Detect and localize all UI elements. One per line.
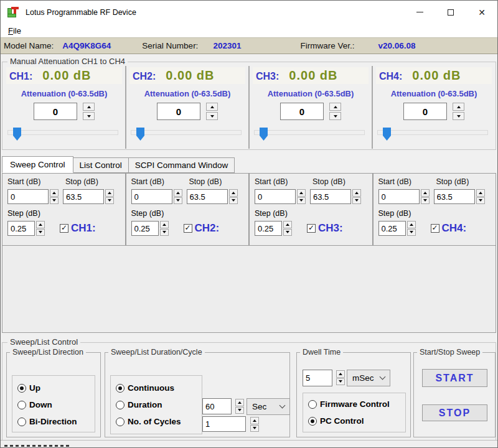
close-icon: ✕ [478,7,486,17]
ch2-step-input[interactable] [131,221,159,236]
step-db-label: Step (dB) [378,209,491,218]
manual-attenuation-title: Manual Attenuation CH1 to CH4 [7,57,128,66]
slider-thumb[interactable] [383,128,391,141]
spin-up-button[interactable] [160,221,169,228]
duration-unit-dropdown[interactable]: Sec [247,398,290,415]
spin-up-button[interactable] [421,189,430,197]
maximize-button[interactable] [435,1,466,24]
ch2-attenuation-input[interactable] [157,103,200,120]
ch1-start-input[interactable] [7,189,49,204]
dwell-unit-value: mSec [352,373,374,383]
ch2-stop-input[interactable] [187,189,228,204]
spin-down-button[interactable] [105,197,114,205]
spin-down-button[interactable] [283,229,292,236]
tab-scpi-command-window[interactable]: SCPI Command Window [128,157,235,173]
minimize-button[interactable] [404,1,435,24]
spin-down-button[interactable] [407,229,416,236]
ch3-attenuation-slider[interactable] [254,128,367,141]
slider-thumb[interactable] [136,128,144,141]
dwell-unit-dropdown[interactable]: mSec [347,370,390,386]
spin-down-button[interactable] [36,229,45,236]
ch3-enable-checkbox[interactable] [307,224,316,233]
cycles-value-input[interactable] [202,416,246,432]
ch1-attenuation-slider[interactable] [7,128,121,141]
spin-down-button[interactable] [235,407,244,414]
ch2-enable-checkbox[interactable] [184,224,192,233]
spin-down-button[interactable] [250,425,259,432]
tab-sweep-control[interactable]: Sweep Control [2,156,73,173]
ch1-step-input[interactable] [7,221,35,236]
spin-down-button[interactable] [336,378,345,386]
spin-down-button[interactable] [229,197,238,205]
radio-no-of-cycles[interactable]: No. of Cycles [116,413,202,430]
spin-down-button[interactable] [160,229,169,236]
down-arrow-icon [232,199,235,202]
ch3-spin-up-button[interactable] [329,103,341,111]
spin-up-button[interactable] [352,189,361,197]
menu-file[interactable]: File [4,26,26,36]
slider-thumb[interactable] [13,128,21,141]
radio-down[interactable]: Down [17,396,95,413]
ch1-spin-down-button[interactable] [83,112,95,120]
ch2-spin-down-button[interactable] [206,112,218,120]
spin-up-button[interactable] [297,189,306,197]
radio-continuous[interactable]: Continuous [116,380,202,396]
slider-track[interactable] [7,130,118,135]
ch4-spin-down-button[interactable] [453,112,464,120]
clipped-text-fragment [4,445,70,447]
start-button[interactable]: START [422,369,487,387]
ch2-spin-up-button[interactable] [206,103,218,111]
spin-up-button[interactable] [336,370,345,378]
ch4-stop-input[interactable] [434,189,475,204]
duration-value-input[interactable] [202,398,232,414]
radio-bi-direction[interactable]: Bi-Direction [17,413,95,430]
ch4-start-input[interactable] [378,189,420,204]
spin-up-button[interactable] [235,399,244,406]
ch1-enable-checkbox[interactable] [60,224,68,233]
ch3-spin-down-button[interactable] [329,112,341,120]
tab-list-control[interactable]: List Control [73,157,129,173]
ch4-step-input[interactable] [378,221,406,236]
stop-button[interactable]: STOP [422,404,487,421]
radio-duration[interactable]: Duration [116,396,202,413]
ch2-start-input[interactable] [131,189,172,204]
ch4-attenuation-slider[interactable] [377,128,491,141]
slider-thumb[interactable] [260,128,268,141]
spin-down-button[interactable] [476,197,485,205]
ch4-enable-checkbox[interactable] [431,224,439,233]
ch1-spin-up-button[interactable] [83,103,95,111]
radio-pc-control[interactable]: PC Control [308,413,405,429]
spin-down-button[interactable] [421,197,430,205]
slider-track[interactable] [131,130,242,135]
ch3-stop-spinner [352,189,361,204]
dwell-time-input[interactable] [303,370,332,386]
ch4-spin-up-button[interactable] [453,103,464,111]
ch1-attenuation-input[interactable] [34,103,77,120]
spin-up-button[interactable] [283,221,292,228]
spin-down-button[interactable] [50,197,59,205]
step-db-label: Step (dB) [131,209,244,218]
spin-up-button[interactable] [229,189,238,197]
close-button[interactable]: ✕ [466,1,497,24]
spin-up-button[interactable] [50,189,59,197]
spin-up-button[interactable] [36,221,45,228]
ch3-step-input[interactable] [255,221,282,236]
ch3-attenuation-input[interactable] [280,103,324,120]
radio-up[interactable]: Up [17,380,95,396]
spin-down-button[interactable] [297,197,306,205]
ch3-start-input[interactable] [255,189,296,204]
spin-up-button[interactable] [105,189,114,197]
ch2-attenuation-slider[interactable] [131,128,244,141]
ch3-stop-input[interactable] [310,189,351,204]
spin-up-button[interactable] [407,221,416,228]
slider-track[interactable] [254,130,365,135]
ch1-stop-input[interactable] [63,189,104,204]
radio-firmware-control[interactable]: Firmware Control [308,396,405,413]
spin-down-button[interactable] [174,197,182,205]
spin-up-button[interactable] [476,189,485,197]
spin-up-button[interactable] [174,189,182,197]
spin-down-button[interactable] [352,197,361,205]
slider-track[interactable] [377,130,488,135]
spin-up-button[interactable] [250,417,259,424]
ch4-attenuation-input[interactable] [403,103,447,120]
